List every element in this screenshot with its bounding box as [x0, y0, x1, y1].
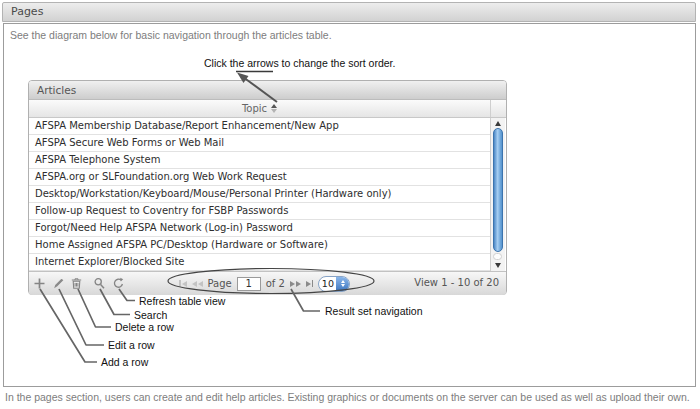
add-row-icon[interactable]: [33, 277, 46, 290]
sort-desc-icon[interactable]: [271, 109, 277, 113]
table-row[interactable]: AFSPA.org or SLFoundation.org Web Work R…: [29, 169, 490, 186]
page-label: Page: [208, 278, 232, 289]
table-row[interactable]: Internet Explorer/Blocked Site: [29, 254, 490, 271]
add-callout-label: Add a row: [101, 356, 148, 368]
table-row[interactable]: AFSPA Secure Web Forms or Web Mail: [29, 135, 490, 152]
grid-body: AFSPA Membership Database/Report Enhance…: [29, 118, 506, 271]
scroll-up-icon[interactable]: [491, 119, 505, 128]
topic-column-label: Topic: [242, 103, 267, 114]
edit-row-icon[interactable]: [52, 277, 65, 290]
delete-callout-label: Delete a row: [115, 321, 174, 333]
scrollbar-thumb[interactable]: [493, 128, 503, 252]
scroll-down-icon[interactable]: [491, 261, 505, 270]
search-callout-label: Search: [134, 309, 167, 321]
table-row[interactable]: AFSPA Telephone System: [29, 152, 490, 169]
page-count-label: of 2: [266, 278, 285, 289]
refresh-icon[interactable]: [112, 277, 125, 290]
column-header-cap: [491, 100, 506, 117]
refresh-callout-label: Refresh table view: [139, 295, 225, 307]
table-row[interactable]: AFSPA Membership Database/Report Enhance…: [29, 118, 490, 135]
articles-panel-title: Articles: [29, 81, 506, 100]
edit-callout-label: Edit a row: [108, 339, 155, 351]
next-page-icon[interactable]: [290, 281, 301, 287]
pager: Page of 2 10: [179, 272, 350, 295]
table-row[interactable]: Home Assigned AFSPA PC/Desktop (Hardware…: [29, 237, 490, 254]
first-page-icon[interactable]: [179, 280, 187, 287]
vertical-scrollbar[interactable]: [491, 118, 505, 271]
page-size-select[interactable]: 10: [318, 276, 350, 292]
scrollbar-track-end: [493, 253, 502, 260]
sort-asc-icon[interactable]: [271, 104, 277, 108]
grid-rows: AFSPA Membership Database/Report Enhance…: [29, 118, 491, 271]
view-status: View 1 - 10 of 20: [414, 277, 499, 288]
intro-text: See the diagram below for basic navigati…: [10, 29, 332, 41]
topic-column-header[interactable]: Topic: [29, 100, 491, 117]
articles-panel: Articles Topic AFSPA Membership Database…: [28, 80, 507, 295]
grid-toolbar: Page of 2 10 View 1 - 10 of 20: [29, 271, 506, 295]
page-size-value: 10: [319, 278, 336, 289]
table-row[interactable]: Follow-up Request to Coventry for FSBP P…: [29, 203, 490, 220]
page-title: Pages: [2, 2, 696, 22]
search-icon[interactable]: [93, 277, 106, 290]
sort-hint-label: Click the arrows to change the sort orde…: [204, 57, 395, 69]
footer-text: In the pages section, users can create a…: [5, 391, 697, 403]
stepper-icon[interactable]: [336, 277, 349, 291]
table-row[interactable]: Forgot/Need Help AFSPA Network (Log-in) …: [29, 220, 490, 237]
sort-arrows-icon[interactable]: [271, 104, 277, 113]
page: Pages See the diagram below for basic na…: [0, 0, 700, 409]
result-nav-callout-label: Result set navigation: [325, 305, 422, 317]
table-row[interactable]: Desktop/Workstation/Keyboard/Mouse/Perso…: [29, 186, 490, 203]
delete-row-icon[interactable]: [70, 277, 83, 290]
grid-column-header: Topic: [29, 100, 506, 118]
prev-page-icon[interactable]: [192, 281, 203, 287]
page-number-input[interactable]: [237, 277, 261, 291]
last-page-icon[interactable]: [306, 280, 314, 287]
